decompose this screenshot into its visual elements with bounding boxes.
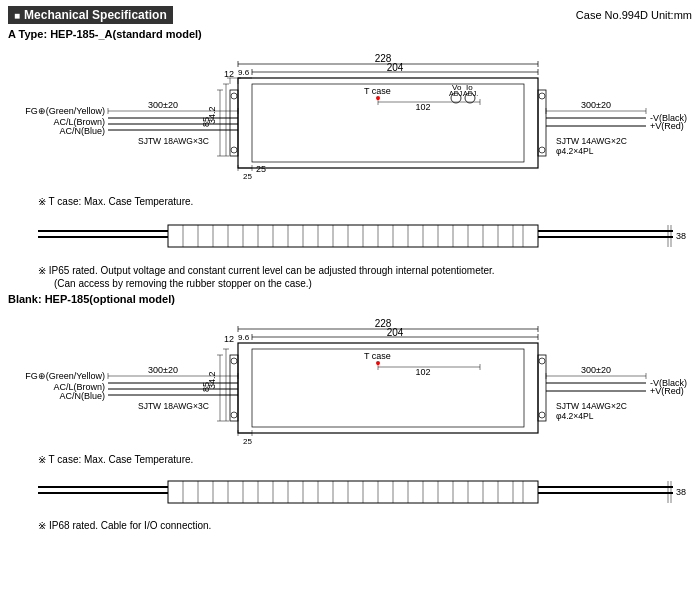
svg-text:300±20: 300±20: [148, 100, 178, 110]
svg-text:T case: T case: [364, 86, 391, 96]
svg-point-15: [539, 147, 545, 153]
model-a-ip-note2: (Can access by removing the rubber stopp…: [54, 277, 692, 289]
svg-point-13: [231, 147, 237, 153]
svg-point-12: [231, 93, 237, 99]
svg-text:204: 204: [387, 62, 404, 73]
svg-text:FG⊕(Green/Yellow): FG⊕(Green/Yellow): [25, 106, 105, 116]
svg-point-112: [231, 358, 237, 364]
model-a-ip-text2: (Can access by removing the rubber stopp…: [54, 278, 312, 289]
svg-point-113: [231, 412, 237, 418]
svg-point-14: [539, 93, 545, 99]
model-a-side-svg: 38: [8, 209, 700, 264]
model-blank-side-view: 38: [8, 467, 700, 519]
svg-text:38: 38: [676, 231, 686, 241]
svg-text:+V(Red): +V(Red): [650, 386, 684, 396]
svg-text:FG⊕(Green/Yellow): FG⊕(Green/Yellow): [25, 371, 105, 381]
svg-text:ADJ.: ADJ.: [449, 90, 464, 97]
svg-text:12: 12: [224, 334, 234, 344]
svg-text:300±20: 300±20: [581, 100, 611, 110]
model-blank-ip-text: IP68 rated. Cable for I/O connection.: [49, 520, 211, 531]
svg-text:9.6: 9.6: [238, 68, 250, 77]
svg-text:T case: T case: [364, 351, 391, 361]
svg-text:AC/N(Blue): AC/N(Blue): [59, 391, 105, 401]
svg-text:SJTW 18AWG×3C: SJTW 18AWG×3C: [138, 136, 209, 146]
model-blank-drawing: 228 204 12 9.6 34.2: [8, 311, 700, 461]
model-a-ip-text: IP65 rated. Output voltage and constant …: [49, 265, 495, 276]
svg-point-115: [539, 412, 545, 418]
svg-rect-10: [230, 90, 238, 156]
model-a-svg: 228 204 12 9.6: [8, 46, 700, 201]
svg-text:φ4.2×4PL: φ4.2×4PL: [556, 411, 594, 421]
svg-rect-70: [168, 225, 538, 247]
model-blank-side-svg: 38: [8, 467, 700, 519]
svg-point-114: [539, 358, 545, 364]
svg-text:102: 102: [415, 102, 430, 112]
page: Mechanical Specification Case No.994D Un…: [0, 0, 700, 606]
title-text: Mechanical Specification: [24, 8, 167, 22]
model-blank-label: Blank: HEP-185(optional model): [8, 293, 692, 305]
svg-text:25: 25: [256, 164, 266, 174]
model-a-side-view: 38: [8, 209, 700, 264]
svg-rect-159: [168, 481, 538, 503]
model-blank-svg: 228 204 12 9.6 34.2: [8, 311, 700, 461]
svg-text:102: 102: [415, 367, 430, 377]
model-blank-ip-note: ※ IP68 rated. Cable for I/O connection.: [38, 519, 692, 531]
svg-text:SJTW 14AWG×2C: SJTW 14AWG×2C: [556, 401, 627, 411]
svg-text:+V(Red): +V(Red): [650, 121, 684, 131]
svg-text:300±20: 300±20: [581, 365, 611, 375]
svg-text:204: 204: [387, 327, 404, 338]
model-a-drawing: 228 204 12 9.6: [8, 46, 700, 201]
title-bar: Mechanical Specification Case No.994D Un…: [8, 6, 692, 24]
svg-text:12: 12: [224, 69, 234, 79]
svg-text:25: 25: [243, 437, 252, 446]
section-title: Mechanical Specification: [8, 6, 173, 24]
svg-text:φ4.2×4PL: φ4.2×4PL: [556, 146, 594, 156]
svg-text:SJTW 18AWG×3C: SJTW 18AWG×3C: [138, 401, 209, 411]
svg-text:AC/N(Blue): AC/N(Blue): [59, 126, 105, 136]
svg-text:9.6: 9.6: [238, 333, 250, 342]
case-info: Case No.994D Unit:mm: [576, 9, 692, 21]
svg-text:38: 38: [676, 487, 686, 497]
svg-rect-110: [230, 355, 238, 421]
svg-text:300±20: 300±20: [148, 365, 178, 375]
svg-rect-11: [538, 90, 546, 156]
svg-rect-111: [538, 355, 546, 421]
svg-text:25: 25: [243, 172, 252, 181]
model-a-label: A Type: HEP-185-_A(standard model): [8, 28, 692, 40]
model-a-ip-note: ※ IP65 rated. Output voltage and constan…: [38, 264, 692, 276]
svg-text:SJTW 14AWG×2C: SJTW 14AWG×2C: [556, 136, 627, 146]
svg-text:ADJ.: ADJ.: [463, 90, 478, 97]
